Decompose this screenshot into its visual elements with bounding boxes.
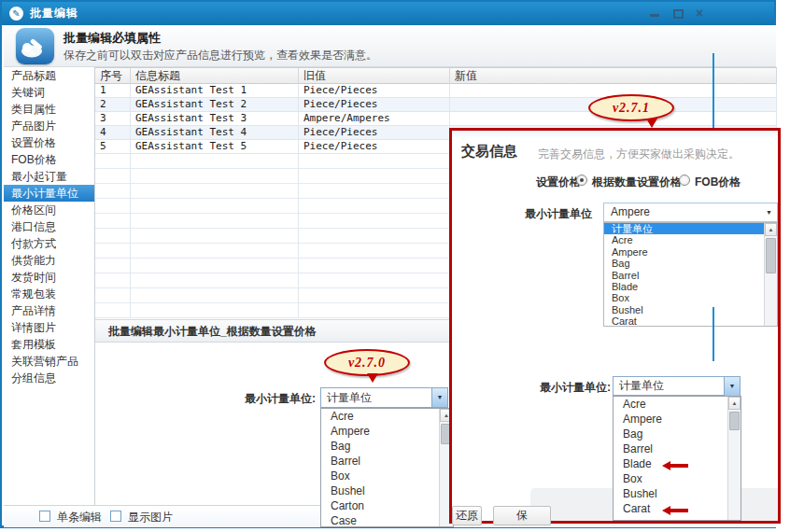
sidebar-item[interactable]: 常规包装	[4, 286, 94, 302]
sidebar-item[interactable]: 类目属性	[4, 101, 94, 118]
table-cell	[299, 288, 450, 303]
save-button[interactable]: 保	[493, 506, 551, 525]
sidebar-item[interactable]: 关联营销产品	[4, 353, 94, 370]
maximize-button[interactable]	[673, 9, 684, 19]
sidebar-item[interactable]: 发货时间	[4, 269, 94, 286]
unit-select-v270[interactable]: 计量单位 ▼	[320, 387, 448, 408]
scrollbar[interactable]: ▲	[764, 223, 777, 326]
sidebar-item[interactable]: 详情图片	[4, 319, 94, 336]
sidebar-item[interactable]: 港口信息	[4, 218, 94, 235]
sidebar-item[interactable]: 关键词	[4, 84, 94, 101]
sidebar-item[interactable]: FOB价格	[4, 151, 94, 168]
page-subtitle: 保存之前可以双击对应产品信息进行预览，查看效果是否满意。	[63, 48, 377, 63]
scroll-up-icon[interactable]: ▲	[728, 397, 741, 410]
sidebar-item[interactable]: 设置价格	[4, 134, 94, 151]
dropdown-option[interactable]: Case	[321, 513, 453, 527]
unit-select2-v271[interactable]: 计量单位 ▼	[613, 376, 741, 396]
table-cell	[95, 169, 131, 184]
dropdown-option[interactable]: Bag	[614, 427, 741, 441]
table-row[interactable]: 3GEAssistant Test 3Ampere/Amperes	[95, 112, 777, 126]
scroll-up-icon[interactable]: ▲	[765, 223, 777, 236]
chevron-down-icon[interactable]: ▼	[431, 388, 447, 407]
sidebar-item[interactable]: 供货能力	[4, 252, 94, 269]
table-cell: 3	[95, 112, 131, 126]
sidebar-item[interactable]: 产品详情	[4, 302, 94, 319]
dropdown-option[interactable]: Bushel	[614, 486, 741, 501]
table-cell	[95, 273, 131, 288]
table-cell	[131, 199, 299, 214]
scroll-thumb[interactable]	[766, 238, 776, 273]
sidebar-item[interactable]: 最小起订量	[4, 168, 94, 185]
close-button[interactable]: ×	[696, 7, 703, 19]
table-cell	[95, 259, 131, 273]
chevron-down-icon[interactable]: ▼	[724, 377, 740, 396]
radio-quantity-price[interactable]	[576, 175, 587, 186]
sidebar-item[interactable]: 最小计量单位	[4, 185, 94, 202]
sidebar-item[interactable]: 价格区间	[4, 202, 94, 218]
version-badge-v270: v2.7.0	[324, 349, 410, 376]
scrollbar[interactable]: ▲	[727, 397, 741, 520]
dropdown-option[interactable]: Ampere	[604, 246, 777, 258]
dropdown-options: 计量单位AcreAmpereBagBarrelBladeBoxBushelCar…	[604, 223, 777, 327]
table-cell	[299, 303, 450, 318]
table-cell	[131, 303, 299, 318]
unit-select-v271[interactable]: Ampere ▼	[603, 203, 778, 222]
badge-tail	[646, 119, 657, 128]
dropdown-option[interactable]: Box	[614, 471, 741, 486]
table-row[interactable]: 2GEAssistant Test 2Piece/Pieces	[95, 98, 777, 112]
unit-select-v270-value: 计量单位	[327, 391, 372, 404]
table-cell: Piece/Pieces	[299, 84, 450, 98]
unit-dropdown-v270: AcreAmpereBagBarrelBoxBushelCartonCase ▲	[320, 408, 454, 527]
single-edit-label: 单条编辑	[57, 510, 102, 525]
header: 批量编辑必填属性 保存之前可以双击对应产品信息进行预览，查看效果是否满意。	[4, 25, 776, 67]
dropdown-option[interactable]: Carat	[614, 501, 741, 516]
unit-label-v271: 最小计量单位	[525, 206, 592, 222]
table-cell: GEAssistant Test 5	[131, 140, 299, 154]
sidebar-item[interactable]: 付款方式	[4, 235, 94, 252]
sidebar-item[interactable]: 套用模板	[4, 336, 94, 353]
dropdown-options: AcreAmpereBagBarrelBladeBoxBushelCarat	[614, 397, 741, 516]
dropdown-option[interactable]: Acre	[614, 397, 741, 412]
dropdown-option[interactable]: Barrel	[321, 454, 453, 469]
table-cell	[95, 229, 131, 244]
table-header-row: 序号信息标题旧值新值	[95, 67, 777, 84]
dropdown-option[interactable]: Box	[604, 292, 777, 303]
dropdown-option[interactable]: Blade	[604, 281, 777, 292]
dropdown-option[interactable]: Ampere	[321, 424, 453, 439]
batch-edit-icon	[16, 28, 54, 64]
radio-fob-price-label: FOB价格	[695, 175, 741, 190]
dropdown-option[interactable]: Acre	[604, 234, 777, 245]
sidebar-item[interactable]: 分组信息	[4, 370, 94, 386]
table-cell: 1	[95, 84, 131, 98]
single-edit-checkbox[interactable]	[39, 511, 50, 522]
dropdown-option[interactable]: Blade	[614, 456, 741, 471]
table-cell	[299, 259, 450, 273]
radio-fob-price[interactable]	[679, 175, 690, 186]
trade-info-title: 交易信息	[461, 143, 517, 161]
dropdown-option[interactable]: Barrel	[614, 441, 741, 456]
table-cell	[131, 169, 299, 184]
dropdown-option[interactable]: Bag	[321, 439, 453, 454]
dropdown-option[interactable]: Ampere	[614, 412, 741, 427]
dropdown-option[interactable]: Barrel	[604, 270, 777, 281]
dropdown-option[interactable]: Bushel	[321, 483, 453, 498]
radio-quantity-price-label: 根据数量设置价格	[592, 175, 682, 190]
sidebar-item[interactable]: 产品标题	[4, 67, 94, 84]
restore-button[interactable]: 还原	[452, 506, 482, 525]
scroll-thumb[interactable]	[729, 412, 740, 430]
show-image-checkbox[interactable]	[110, 511, 121, 522]
window-title: 批量编辑	[30, 6, 78, 21]
sidebar-item[interactable]: 产品图片	[4, 118, 94, 134]
dropdown-option[interactable]: Acre	[321, 409, 453, 424]
dropdown-option[interactable]: Bag	[604, 258, 777, 269]
v271-callout-panel: 交易信息 完善交易信息，方便买家做出采购决定。 设置价格 根据数量设置价格 FO…	[449, 128, 781, 524]
dropdown-option-highlighted[interactable]: 计量单位	[604, 223, 777, 234]
table-row[interactable]: 1GEAssistant Test 1Piece/Pieces	[95, 84, 777, 98]
table-cell: GEAssistant Test 2	[131, 98, 299, 112]
dropdown-option[interactable]: Box	[321, 469, 453, 483]
dropdown-option[interactable]: Carat	[604, 315, 777, 327]
dropdown-option[interactable]: Bushel	[604, 304, 777, 315]
table-cell	[299, 184, 450, 199]
dropdown-option[interactable]: Carton	[321, 498, 453, 513]
minimize-button[interactable]	[650, 7, 661, 19]
